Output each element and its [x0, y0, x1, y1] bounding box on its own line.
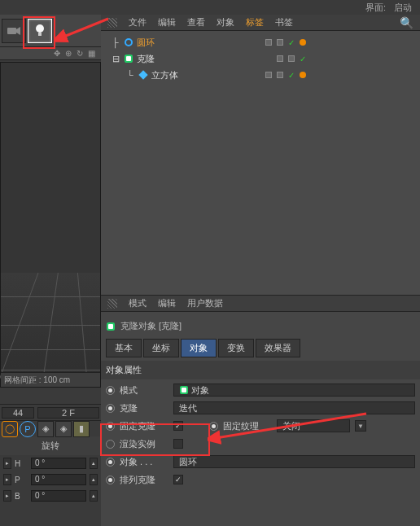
tag-icon[interactable] — [300, 72, 306, 78]
prop-clone: 克隆 迭代 — [106, 399, 415, 417]
dropdown-icon[interactable]: ▼ — [355, 420, 366, 432]
coord-p: ▸ P 0 ° ▴ — [0, 471, 101, 488]
collapse-icon[interactable]: ⊟ — [112, 54, 120, 64]
tab-basic[interactable]: 基本 — [106, 339, 142, 357]
menu-tags[interactable]: 标签 — [246, 16, 264, 28]
viewport[interactable]: 网格间距 : 100 cm — [0, 62, 101, 388]
mode-field[interactable]: 对象 — [173, 384, 415, 397]
tree-item-ring[interactable]: ├ 圆环 ✓ — [101, 34, 420, 50]
visibility-check[interactable]: ✓ — [288, 38, 295, 47]
ring-icon — [124, 37, 133, 47]
rotation-header: 旋转 — [0, 436, 101, 455]
frame-display[interactable]: 2 F — [37, 407, 99, 419]
b-field[interactable]: 0 ° — [31, 490, 86, 502]
object-name[interactable]: 圆环 — [137, 37, 155, 49]
coord-b: ▸ B 0 ° ▴ — [0, 488, 101, 504]
keyframe-button[interactable]: ◈ — [37, 421, 54, 437]
layer-dot[interactable] — [265, 72, 272, 78]
menu-mode[interactable]: 模式 — [129, 297, 147, 309]
clone-icon — [124, 54, 133, 64]
radio-icon[interactable] — [106, 404, 115, 413]
visibility-check[interactable]: ✓ — [300, 55, 306, 64]
checkbox[interactable]: ✓ — [173, 475, 183, 484]
menu-view[interactable]: 查看 — [187, 16, 205, 28]
tab-transform[interactable]: 变换 — [218, 339, 254, 357]
spinner-icon[interactable]: ▸ — [3, 458, 11, 469]
menu-edit[interactable]: 编辑 — [158, 297, 176, 309]
object-name[interactable]: 克隆 — [137, 53, 155, 65]
frame-number[interactable]: 44 — [2, 407, 34, 419]
radio-icon[interactable] — [106, 386, 115, 395]
menu-bookmark[interactable]: 书签 — [275, 16, 293, 28]
tag-icon[interactable] — [300, 39, 306, 46]
visibility-check[interactable]: ✓ — [288, 71, 295, 80]
grid-icon[interactable]: ▦ — [88, 49, 98, 59]
timeline-button[interactable]: ▮ — [73, 421, 90, 437]
grip-icon[interactable] — [107, 299, 117, 309]
menu-userdata[interactable]: 用户数据 — [187, 297, 223, 309]
tab-effector[interactable]: 效果器 — [256, 339, 300, 357]
tree-branch-icon: └ — [127, 70, 135, 80]
layer-dot[interactable] — [277, 72, 283, 78]
radio-icon[interactable] — [106, 476, 115, 484]
spinner-icon[interactable]: ▴ — [90, 490, 98, 502]
ui-layout[interactable]: 启动 — [394, 2, 412, 14]
tree-item-clone[interactable]: ⊟ 克隆 ✓ — [101, 50, 420, 67]
object-manager-menubar: 文件 编辑 查看 对象 标签 书签 🔍 — [101, 15, 420, 31]
keyframe-button[interactable]: ◈ — [55, 421, 72, 437]
radio-icon[interactable] — [106, 458, 115, 467]
menu-object[interactable]: 对象 — [217, 16, 234, 28]
layer-dot[interactable] — [265, 39, 272, 46]
spinner-icon[interactable]: ▸ — [3, 474, 11, 485]
spinner-icon[interactable]: ▴ — [90, 474, 98, 485]
play-button[interactable]: P — [20, 421, 36, 437]
annotation-box — [100, 423, 210, 456]
cube-icon — [138, 70, 148, 80]
clone-icon — [106, 322, 116, 331]
tab-coord[interactable]: 坐标 — [143, 339, 179, 357]
layer-dot[interactable] — [288, 55, 295, 62]
prop-arrange: 排列克隆 ✓ — [106, 471, 415, 489]
spinner-icon[interactable]: ▸ — [3, 490, 11, 502]
object-link-field[interactable]: 圆环 — [173, 455, 415, 468]
annotation-box — [23, 16, 55, 49]
move-icon[interactable]: ✥ — [54, 49, 63, 59]
section-header: 对象属性 — [101, 361, 420, 379]
layer-dot[interactable] — [277, 55, 283, 62]
h-field[interactable]: 0 ° — [31, 458, 86, 469]
fixtex-field[interactable]: 关闭 — [277, 419, 350, 432]
grip-icon[interactable] — [107, 18, 117, 28]
tab-object[interactable]: 对象 — [181, 339, 217, 357]
menu-file[interactable]: 文件 — [129, 16, 147, 28]
prop-mode: 模式 对象 — [106, 381, 415, 399]
rotate-icon[interactable]: ↻ — [77, 49, 86, 59]
clone-field[interactable]: 迭代 — [173, 401, 415, 414]
viewport-status: 网格间距 : 100 cm — [1, 372, 100, 387]
attribute-menubar: 模式 编辑 用户数据 — [101, 296, 420, 312]
attribute-title: 克隆对象 [克隆] — [106, 317, 415, 335]
spinner-icon[interactable]: ▴ — [90, 458, 98, 469]
ui-label: 界面: — [365, 2, 386, 14]
tree-item-cube[interactable]: └ 立方体 ✓ — [101, 67, 420, 83]
zoom-icon[interactable]: ⊕ — [65, 49, 75, 59]
viewport-mini-icons: ✥ ⊕ ↻ ▦ — [0, 47, 101, 60]
layer-dot[interactable] — [277, 39, 283, 46]
attribute-panel: 克隆对象 [克隆] 基本 坐标 对象 变换 效果器 对象属性 模式 对象 克隆 … — [101, 312, 420, 493]
coord-h: ▸ H 0 ° ▴ — [0, 455, 101, 471]
object-name[interactable]: 立方体 — [151, 69, 178, 81]
search-icon[interactable]: 🔍 — [400, 16, 413, 29]
tree-branch-icon: ├ — [112, 37, 120, 47]
menu-edit[interactable]: 编辑 — [158, 16, 176, 28]
radio-icon[interactable] — [209, 422, 218, 431]
svg-rect-0 — [7, 28, 16, 34]
record-button[interactable]: ◯ — [2, 421, 18, 437]
p-field[interactable]: 0 ° — [31, 474, 86, 485]
object-tree[interactable]: ├ 圆环 ✓ ⊟ 克隆 ✓ └ 立方体 — [101, 31, 420, 296]
